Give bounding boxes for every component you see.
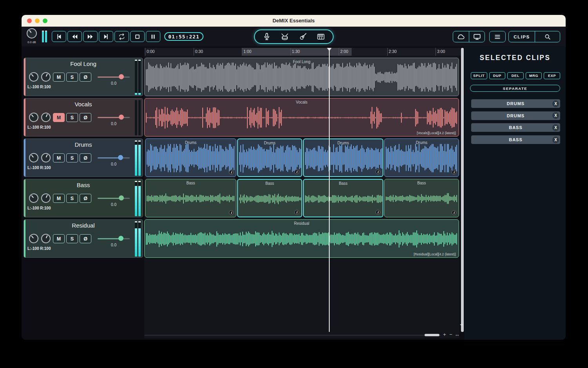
horizontal-scrollbar-track[interactable] (144, 335, 441, 336)
clip-info-icon[interactable]: i (294, 169, 299, 174)
zoom-in-button[interactable]: + (442, 332, 447, 337)
loop-button[interactable] (114, 31, 129, 42)
audio-clip[interactable]: Fool Long (144, 58, 459, 96)
volume-slider[interactable] (98, 74, 130, 80)
audio-clip[interactable]: Drumsi (237, 138, 302, 177)
piano-button[interactable] (315, 31, 327, 42)
selected-clip-item[interactable]: DRUMSX (471, 111, 560, 120)
trim-knob[interactable] (40, 151, 52, 164)
clip-info-icon[interactable]: i (376, 169, 380, 174)
solo-button[interactable]: S (66, 234, 78, 243)
remove-clip-button[interactable]: X (552, 100, 559, 107)
audio-clip[interactable]: Bassi (384, 179, 459, 217)
zoom-fit-button[interactable]: ↔ (454, 332, 460, 337)
close-button[interactable] (27, 18, 32, 23)
playhead-marker[interactable] (327, 48, 332, 51)
trim-knob[interactable] (40, 71, 52, 83)
phase-button[interactable]: Ø (80, 153, 91, 162)
clips-button[interactable]: CLIPS (509, 31, 535, 42)
slider-thumb[interactable] (119, 74, 124, 79)
mute-button[interactable]: M (53, 194, 65, 203)
pan-knob[interactable] (27, 151, 40, 164)
phase-button[interactable]: Ø (80, 73, 91, 82)
pan-knob[interactable] (27, 111, 40, 124)
stop-button[interactable] (130, 31, 145, 42)
time-display[interactable]: 01:55:221 (164, 32, 203, 41)
volume-slider[interactable] (98, 155, 130, 160)
audio-clip[interactable]: Bassi (145, 179, 236, 217)
mute-button[interactable]: M (53, 153, 65, 162)
trim-knob[interactable] (40, 192, 52, 204)
phase-button[interactable]: Ø (80, 194, 91, 203)
mrg-button[interactable]: MRG (526, 72, 542, 79)
volume-slider[interactable] (98, 115, 130, 120)
volume-slider[interactable] (98, 195, 130, 201)
guitar-icon (298, 32, 307, 41)
audio-clip[interactable]: Drumsi (145, 138, 236, 177)
dup-button[interactable]: DUP (489, 72, 506, 79)
gain-knob-dial[interactable] (25, 26, 39, 40)
trim-knob[interactable] (40, 111, 52, 124)
zoom-out-button[interactable]: − (448, 332, 454, 337)
audio-clip[interactable]: Drumsi (384, 138, 459, 177)
mute-button[interactable]: M (53, 234, 65, 243)
solo-button[interactable]: S (66, 194, 78, 203)
skip-start-button[interactable] (52, 31, 66, 42)
clip-info-icon[interactable]: i (294, 210, 299, 215)
audio-clip[interactable]: Residual[Residual][Local][4.2 (latest)] (144, 219, 459, 258)
audio-clip[interactable]: Bassi (303, 179, 383, 217)
audio-clip[interactable]: Drumsi (303, 138, 383, 177)
mute-button[interactable]: M (53, 73, 65, 82)
audio-clip[interactable]: Vocals[Vocals][Local][4.2 (latest)] (144, 98, 459, 137)
selected-clip-item[interactable]: DRUMSX (471, 99, 560, 108)
zoom-button[interactable] (43, 18, 47, 23)
clip-info-icon[interactable]: i (452, 210, 456, 215)
drumkit-button[interactable] (279, 31, 291, 42)
timeline-ruler[interactable]: 0:000:301:001:302:002:303:00 (144, 48, 461, 56)
slider-thumb[interactable] (118, 155, 123, 160)
vertical-scrollbar[interactable] (461, 48, 464, 332)
monitor-button[interactable] (469, 31, 485, 42)
audio-clip[interactable]: Bassi (237, 179, 302, 217)
microphone-button[interactable] (261, 31, 273, 42)
slider-thumb[interactable] (118, 236, 123, 241)
guitar-button[interactable] (297, 31, 309, 42)
remove-clip-button[interactable]: X (552, 137, 559, 143)
solo-button[interactable]: S (66, 113, 78, 122)
cloud-button[interactable] (453, 31, 469, 42)
menu-button[interactable] (490, 31, 505, 42)
volume-slider[interactable] (98, 236, 130, 241)
selected-clip-item[interactable]: BASSX (471, 135, 560, 144)
slider-thumb[interactable] (119, 195, 124, 200)
solo-button[interactable]: S (66, 153, 78, 162)
clip-info-icon[interactable]: i (376, 210, 380, 215)
vertical-zoom-button[interactable]: + (460, 321, 463, 328)
clip-info-icon[interactable]: i (452, 170, 456, 175)
rewind-button[interactable] (67, 31, 82, 42)
phase-button[interactable]: Ø (80, 234, 91, 243)
skip-end-button[interactable] (99, 31, 113, 42)
minimize-button[interactable] (35, 18, 40, 23)
mute-button[interactable]: M (53, 113, 65, 122)
split-button[interactable]: SPLIT (471, 72, 487, 79)
slider-thumb[interactable] (119, 115, 124, 120)
remove-clip-button[interactable]: X (552, 124, 559, 131)
solo-button[interactable]: S (66, 73, 78, 82)
exp-button[interactable]: EXP (544, 72, 560, 79)
pause-button[interactable] (146, 31, 160, 42)
search-button[interactable] (535, 31, 560, 42)
master-gain-knob[interactable]: 0.0 dB (27, 28, 37, 38)
horizontal-scrollbar-thumb[interactable] (425, 334, 439, 336)
separate-button[interactable]: SEPARATE (470, 85, 560, 92)
playhead[interactable] (329, 48, 330, 332)
pan-knob[interactable] (27, 70, 40, 84)
del-button[interactable]: DEL (507, 72, 524, 79)
selected-clip-item[interactable]: BASSX (471, 123, 560, 132)
clip-info-icon[interactable]: i (229, 210, 234, 215)
trim-knob[interactable] (40, 232, 52, 245)
pan-knob[interactable] (27, 191, 40, 205)
pan-knob[interactable] (27, 232, 40, 245)
phase-button[interactable]: Ø (80, 113, 91, 122)
fast-forward-button[interactable] (83, 31, 98, 42)
clip-info-icon[interactable]: i (229, 170, 234, 175)
